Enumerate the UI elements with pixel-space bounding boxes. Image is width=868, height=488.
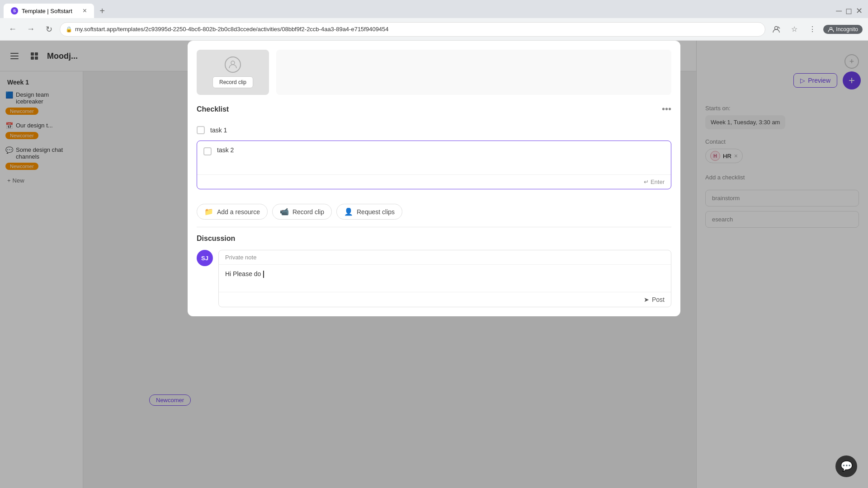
tab-title: Template | Softstart [22,8,72,14]
active-tab[interactable]: S Template | Softstart × [4,4,94,18]
browser-chrome: S Template | Softstart × + ─ ◻ ✕ ← → ↻ 🔒… [0,0,868,41]
lock-icon: 🔒 [66,26,72,33]
post-button[interactable]: ➤ Post [644,296,665,303]
note-text: Hi Please do [225,270,261,277]
new-tab-button[interactable]: + [96,5,108,17]
video-content-area [276,50,671,95]
task-2-input-area[interactable]: task 2 ↵ Enter [197,141,671,189]
tab-close-btn[interactable]: × [83,7,87,15]
chat-support-button[interactable]: 💬 [835,455,857,477]
checkbox-2[interactable] [203,147,212,155]
request-clips-icon: 👤 [344,207,353,216]
modal: Record clip Checklist ••• task 1 task 2 [188,41,680,316]
checklist-title: Checklist [197,105,229,113]
add-resource-button[interactable]: 📁 Add a resource [197,204,268,220]
address-bar[interactable]: 🔒 my.softstart.app/templates/2c93995d-22… [60,22,765,37]
record-clip-button[interactable]: Record clip [212,76,253,88]
browser-tabs: S Template | Softstart × + ─ ◻ ✕ [0,0,868,18]
svg-point-7 [231,61,235,65]
record-clip-action-label: Record clip [292,208,324,216]
checklist-options-button[interactable]: ••• [662,104,671,114]
post-icon: ➤ [644,296,649,303]
task-input-footer: ↵ Enter [197,174,671,189]
video-thumbnail: Record clip [197,50,269,95]
checklist-item-1: task 1 [197,122,671,139]
discussion-section: Discussion SJ Private note Hi Please do … [188,235,680,316]
note-content-area[interactable]: Hi Please do [219,265,671,292]
svg-line-1 [778,27,780,28]
video-person-icon [225,56,241,73]
note-box[interactable]: Private note Hi Please do ➤ Post [218,250,671,307]
checklist-header: Checklist ••• [197,104,671,114]
discussion-title: Discussion [197,235,671,243]
task-2-text: task 2 [217,146,665,169]
url-text: my.softstart.app/templates/2c93995d-2250… [75,26,389,33]
incognito-label: Incognito [836,26,858,33]
task-2-label: task 2 [217,146,234,154]
back-button[interactable]: ← [5,22,20,37]
add-resource-label: Add a resource [217,208,260,216]
record-clip-action-icon: 📹 [280,207,289,216]
task-2-row: task 2 [197,141,671,174]
forward-button[interactable]: → [24,22,38,37]
checkbox-1[interactable] [197,126,205,134]
incognito-icon [769,22,783,37]
task-2-content: task 2 [217,146,665,169]
note-footer: ➤ Post [219,292,671,307]
modal-video-section: Record clip [188,41,680,95]
nav-actions: ☆ ⋮ Incognito [769,22,863,37]
divider [197,227,671,227]
post-label: Post [652,296,665,303]
request-clips-label: Request clips [357,208,395,216]
enter-label: ↵ Enter [644,178,665,185]
minimize-btn[interactable]: ─ [836,6,842,16]
reload-button[interactable]: ↻ [42,22,56,37]
task-1-label: task 1 [210,127,227,134]
star-icon[interactable]: ☆ [787,22,802,37]
checklist-section: Checklist ••• task 1 task 2 ↵ Enter [188,95,680,198]
text-cursor [263,271,264,278]
user-avatar: SJ [197,250,213,266]
close-btn[interactable]: ✕ [856,6,863,16]
note-header: Private note [219,250,671,265]
chat-icon: 💬 [840,460,853,472]
record-clip-action-button[interactable]: 📹 Record clip [272,204,332,220]
discussion-area: SJ Private note Hi Please do ➤ Post [197,250,671,307]
browser-nav: ← → ↻ 🔒 my.softstart.app/templates/2c939… [0,18,868,40]
tab-favicon: S [11,7,18,14]
request-clips-button[interactable]: 👤 Request clips [336,204,402,220]
add-resource-icon: 📁 [204,207,213,216]
incognito-badge: Incognito [823,25,863,34]
maximize-btn[interactable]: ◻ [845,6,852,16]
action-buttons: 📁 Add a resource 📹 Record clip 👤 Request… [188,198,680,227]
more-options-icon[interactable]: ⋮ [805,22,820,37]
